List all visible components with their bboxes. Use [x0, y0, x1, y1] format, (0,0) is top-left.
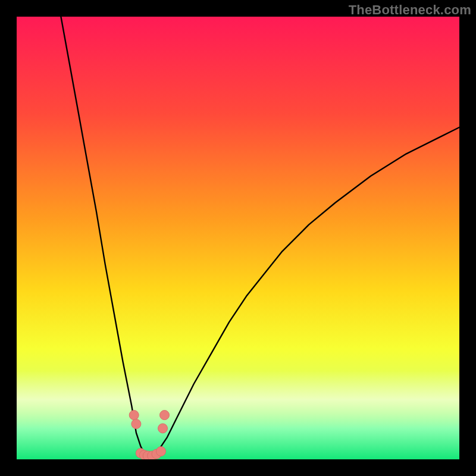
chart-frame: [17, 17, 459, 459]
highlight-dot: [156, 447, 166, 456]
highlight-dot: [158, 424, 168, 433]
highlight-dot: [129, 411, 139, 420]
highlight-dot: [160, 411, 170, 420]
bottleneck-chart: [17, 17, 459, 459]
highlight-dot: [131, 419, 141, 429]
svg-rect-1: [17, 371, 459, 428]
watermark-text: TheBottleneck.com: [349, 2, 471, 18]
